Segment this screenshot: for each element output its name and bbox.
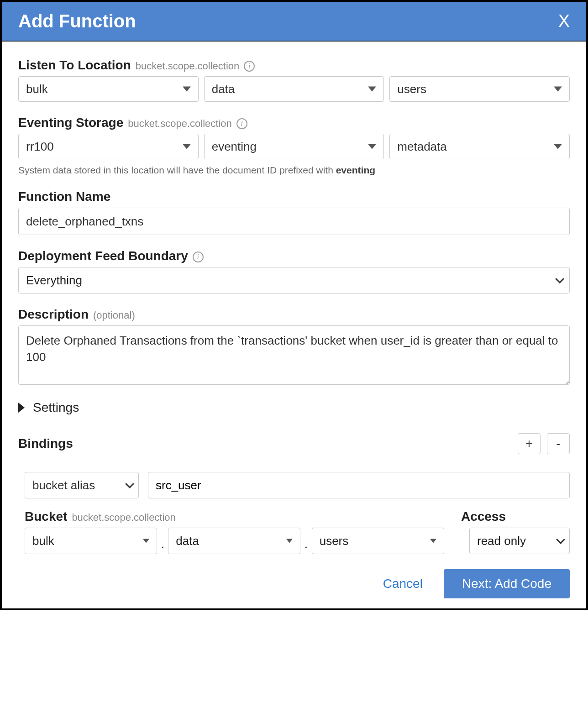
description-textarea[interactable]: Delete Orphaned Transactions from the `t…: [18, 325, 570, 385]
binding-bucket-label: Bucket: [25, 509, 67, 524]
function-name-label: Function Name: [18, 189, 110, 204]
storage-label: Eventing Storage: [18, 115, 123, 130]
listen-bucket-select[interactable]: bulk: [18, 76, 199, 102]
info-icon[interactable]: i: [193, 251, 204, 262]
storage-scope-select[interactable]: eventing: [204, 134, 384, 159]
listen-collection-select[interactable]: users: [389, 76, 570, 102]
storage-scope-value: eventing: [212, 140, 257, 154]
bindings-header: Bindings + -: [18, 433, 570, 459]
chevron-down-icon: [554, 87, 562, 92]
function-name-section: Function Name: [18, 189, 570, 235]
storage-bucket-value: rr100: [26, 140, 54, 154]
dialog-body: Listen To Location bucket.scope.collecti…: [2, 42, 586, 559]
info-icon[interactable]: i: [244, 61, 255, 72]
description-section: Description (optional) Delete Orphaned T…: [18, 307, 570, 387]
chevron-down-icon: [554, 144, 562, 149]
storage-sublabel: bucket.scope.collection: [128, 118, 231, 130]
listen-scope-select[interactable]: data: [204, 76, 384, 102]
dot-separator: .: [300, 536, 311, 554]
storage-collection-value: metadata: [397, 140, 446, 154]
feed-boundary-label: Deployment Feed Boundary: [18, 249, 188, 263]
binding-scope-select[interactable]: data: [168, 528, 300, 554]
chevron-down-icon: [430, 539, 436, 543]
binding-item: bucket alias Bucket bucket.scope.collect…: [18, 472, 570, 554]
storage-bucket-select[interactable]: rr100: [18, 134, 199, 159]
chevron-down-icon: [183, 87, 191, 92]
listen-bucket-value: bulk: [26, 82, 48, 96]
listen-sublabel: bucket.scope.collection: [136, 60, 239, 72]
chevron-down-icon: [556, 535, 565, 544]
storage-section: Eventing Storage bucket.scope.collection…: [18, 115, 570, 176]
storage-hint-text: System data stored in this location will…: [18, 165, 336, 175]
binding-bucket-sub: bucket.scope.collection: [72, 512, 175, 524]
feed-boundary-select[interactable]: Everything: [18, 267, 570, 293]
binding-access-value: read only: [477, 534, 526, 548]
settings-label: Settings: [33, 400, 79, 415]
binding-access-label: Access: [461, 509, 506, 524]
storage-collection-select[interactable]: metadata: [389, 134, 570, 159]
binding-bucket-select[interactable]: bulk: [25, 528, 157, 554]
binding-access-select[interactable]: read only: [469, 528, 570, 554]
dot-separator: .: [157, 536, 168, 554]
dialog-footer: Cancel Next: Add Code: [2, 559, 586, 608]
triangle-right-icon: [18, 403, 25, 413]
close-icon[interactable]: X: [558, 11, 570, 31]
next-add-code-button[interactable]: Next: Add Code: [444, 569, 570, 598]
chevron-down-icon: [125, 479, 134, 488]
add-function-dialog: Add Function X Listen To Location bucket…: [0, 0, 588, 610]
listen-collection-value: users: [397, 82, 426, 96]
binding-collection-value: users: [320, 534, 349, 548]
function-name-input[interactable]: [18, 208, 570, 235]
chevron-down-icon: [368, 87, 376, 92]
listen-label: Listen To Location: [18, 58, 131, 73]
binding-alias-input[interactable]: [148, 472, 570, 498]
chevron-down-icon: [368, 144, 376, 149]
bindings-label: Bindings: [18, 436, 73, 451]
info-icon[interactable]: i: [236, 118, 247, 129]
add-binding-button[interactable]: +: [518, 433, 541, 454]
chevron-down-icon: [143, 539, 149, 543]
settings-toggle[interactable]: Settings: [18, 400, 570, 415]
cancel-button[interactable]: Cancel: [380, 576, 425, 592]
chevron-down-icon: [555, 274, 564, 283]
chevron-down-icon: [183, 144, 191, 149]
feed-boundary-section: Deployment Feed Boundary i Everything: [18, 249, 570, 293]
description-label: Description: [18, 307, 89, 322]
dialog-title: Add Function: [18, 11, 136, 31]
feed-boundary-value: Everything: [26, 273, 82, 288]
listen-scope-value: data: [212, 82, 235, 96]
binding-collection-select[interactable]: users: [312, 528, 444, 554]
chevron-down-icon: [286, 539, 293, 543]
remove-binding-button[interactable]: -: [547, 433, 570, 454]
storage-hint-bold: eventing: [336, 165, 375, 175]
listen-section: Listen To Location bucket.scope.collecti…: [18, 58, 570, 102]
binding-type-value: bucket alias: [32, 478, 95, 492]
binding-scope-value: data: [176, 534, 199, 548]
description-optional: (optional): [93, 309, 135, 321]
binding-bucket-value: bulk: [32, 534, 54, 548]
dialog-header: Add Function X: [2, 2, 586, 42]
binding-type-select[interactable]: bucket alias: [25, 472, 139, 498]
storage-hint: System data stored in this location will…: [18, 165, 570, 176]
